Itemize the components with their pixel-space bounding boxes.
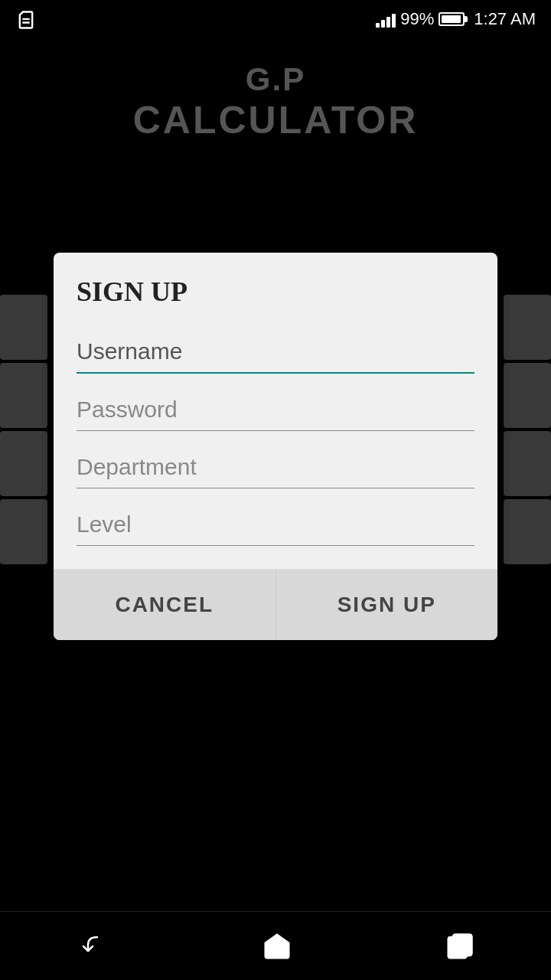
app-title-line1: G.P — [0, 61, 551, 98]
signup-dialog: SIGN UP CANCEL SIGN UP — [54, 253, 497, 640]
department-input[interactable] — [77, 446, 474, 488]
signal-icon — [376, 11, 396, 28]
battery-icon — [439, 12, 465, 26]
level-group — [77, 504, 474, 546]
dialog-title: SIGN UP — [77, 276, 474, 308]
password-input[interactable] — [77, 389, 474, 431]
sim-icon — [15, 9, 37, 36]
username-group — [77, 331, 474, 374]
title-area: G.P CALCULATOR — [0, 61, 551, 142]
level-input[interactable] — [77, 504, 474, 546]
time-display: 1:27 AM — [474, 9, 536, 29]
signup-button[interactable]: SIGN UP — [276, 570, 498, 640]
nav-bar — [0, 911, 551, 980]
bg-blocks-left — [0, 295, 47, 564]
department-group — [77, 446, 474, 488]
username-input[interactable] — [77, 331, 474, 374]
battery-percent: 99% — [400, 9, 434, 29]
bg-blocks-right — [504, 295, 551, 564]
svg-rect-2 — [453, 935, 471, 956]
home-button[interactable] — [262, 931, 292, 962]
app-title-line2: CALCULATOR — [0, 98, 551, 142]
status-bar: 99% 1:27 AM — [0, 0, 551, 38]
back-button[interactable] — [76, 929, 109, 963]
cancel-button[interactable]: CANCEL — [54, 570, 276, 640]
status-bar-right: 99% 1:27 AM — [376, 9, 536, 29]
password-group — [77, 389, 474, 431]
dialog-buttons: CANCEL SIGN UP — [54, 569, 497, 640]
recents-button[interactable] — [445, 931, 475, 962]
